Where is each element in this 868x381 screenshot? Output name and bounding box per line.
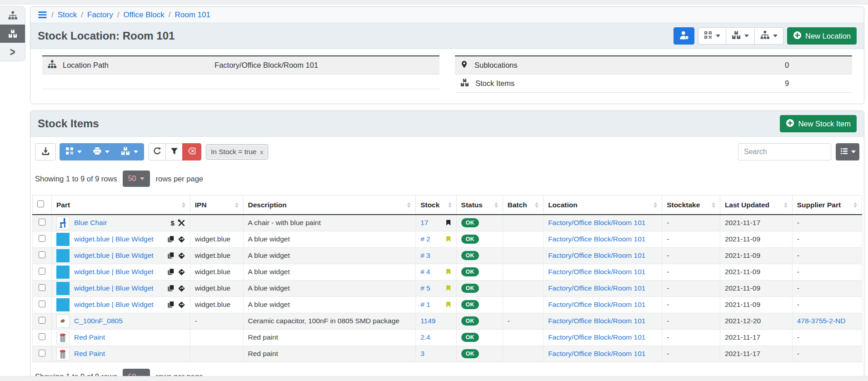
- part-link[interactable]: C_100nF_0805: [74, 317, 123, 325]
- location-link[interactable]: Factory/Office Block/Room 101: [548, 301, 645, 308]
- breadcrumb-link-factory[interactable]: Factory: [87, 10, 113, 20]
- stocktake-cell: -: [662, 296, 720, 313]
- part-link[interactable]: Blue Chair: [74, 219, 107, 227]
- column-header-stocktake[interactable]: Stocktake: [662, 196, 720, 215]
- ipn-cell: [190, 215, 243, 231]
- supplier-part-cell: 478-3755-2-ND: [792, 313, 862, 329]
- chevron-down-icon: [140, 177, 145, 180]
- new-location-button[interactable]: New Location: [787, 27, 857, 45]
- search-input[interactable]: [738, 143, 831, 160]
- row-checkbox[interactable]: [39, 284, 45, 291]
- column-header-stock[interactable]: Stock: [416, 196, 456, 215]
- location-options-button[interactable]: [754, 27, 783, 45]
- admin-button[interactable]: [673, 27, 694, 45]
- filter-chip-in-stock[interactable]: In Stock = true x: [206, 144, 268, 160]
- location-link[interactable]: Factory/Office Block/Room 101: [548, 235, 645, 243]
- batch-cell: [503, 280, 543, 296]
- row-checkbox[interactable]: [39, 301, 45, 307]
- table-row: C_100nF_0805 - Ceramic capacitor, 100nF …: [33, 313, 862, 329]
- part-link[interactable]: Red Paint: [74, 350, 105, 358]
- sidebar-item-stock-items[interactable]: [0, 25, 25, 43]
- stock-link[interactable]: # 1: [420, 301, 430, 309]
- stock-options-menu-button[interactable]: [115, 143, 144, 160]
- breadcrumb-link-stock[interactable]: Stock: [58, 10, 77, 20]
- description-cell: A chair - with blue paint: [243, 215, 416, 231]
- supplier-part-cell: -: [792, 280, 862, 296]
- stocktake-cell: -: [662, 280, 720, 296]
- row-checkbox[interactable]: [39, 235, 45, 242]
- stock-link[interactable]: # 3: [420, 251, 430, 260]
- description-cell: A blue widget: [243, 231, 416, 247]
- breadcrumb-link-office-block[interactable]: Office Block: [123, 10, 164, 20]
- row-checkbox[interactable]: [39, 219, 45, 226]
- plus-circle-icon: [786, 119, 794, 129]
- stock-link[interactable]: 2.4: [420, 333, 430, 341]
- row-checkbox[interactable]: [39, 251, 45, 258]
- column-header-description[interactable]: Description: [243, 196, 416, 215]
- sublocations-label: Sublocations: [474, 61, 517, 70]
- qr-code-icon: [704, 31, 712, 41]
- status-badge: OK: [461, 251, 479, 260]
- stock-link[interactable]: # 4: [420, 268, 430, 276]
- print-menu-button[interactable]: [87, 143, 115, 160]
- filter-chip-remove[interactable]: x: [260, 149, 263, 155]
- location-link[interactable]: Factory/Office Block/Room 101: [548, 317, 645, 325]
- stock-actions-button[interactable]: [726, 27, 755, 45]
- part-link[interactable]: Red Paint: [74, 333, 105, 341]
- ipn-cell: widget.blue: [190, 296, 243, 313]
- page-size-button[interactable]: 50: [123, 170, 150, 187]
- stock-link[interactable]: 1149: [420, 317, 435, 325]
- part-link[interactable]: widget.blue | Blue Widget: [74, 284, 154, 292]
- location-link[interactable]: Factory/Office Block/Room 101: [548, 333, 645, 341]
- column-header-location[interactable]: Location: [544, 196, 662, 215]
- stock-link[interactable]: # 5: [420, 284, 430, 292]
- location-link[interactable]: Factory/Office Block/Room 101: [548, 219, 645, 226]
- sidebar-expand-toggle[interactable]: >: [0, 43, 25, 61]
- main-content: / Stock / Factory / Office Block / Room …: [30, 6, 864, 381]
- column-select-button[interactable]: [836, 143, 859, 160]
- sidebar-item-location-tree[interactable]: [0, 6, 25, 25]
- clear-filters-button[interactable]: [182, 143, 201, 160]
- location-link[interactable]: Factory/Office Block/Room 101: [548, 284, 645, 292]
- breadcrumb-separator: /: [81, 10, 83, 20]
- ipn-cell: [190, 346, 243, 362]
- column-header-ipn[interactable]: IPN: [190, 196, 243, 215]
- bookmark-icon: [445, 285, 452, 292]
- stocktake-cell: -: [662, 313, 720, 329]
- column-header-batch[interactable]: Batch: [503, 196, 543, 215]
- column-header-supplier-part[interactable]: Supplier Part: [792, 196, 862, 215]
- row-checkbox[interactable]: [39, 333, 45, 340]
- part-link[interactable]: widget.blue | Blue Widget: [74, 301, 154, 309]
- new-stock-item-button[interactable]: New Stock Item: [780, 115, 857, 132]
- part-link[interactable]: widget.blue | Blue Widget: [74, 251, 154, 260]
- sitemap-icon: [48, 60, 56, 70]
- stock-link[interactable]: # 2: [420, 235, 430, 243]
- part-link[interactable]: widget.blue | Blue Widget: [74, 268, 154, 276]
- filter-button[interactable]: [165, 143, 183, 160]
- breadcrumb-link-room-101[interactable]: Room 101: [175, 10, 210, 20]
- column-header-part[interactable]: Part: [51, 196, 190, 215]
- stock-link[interactable]: 17: [420, 219, 428, 227]
- row-checkbox[interactable]: [39, 317, 45, 324]
- barcode-actions-button[interactable]: [698, 27, 726, 45]
- location-link[interactable]: Factory/Office Block/Room 101: [548, 268, 645, 276]
- row-checkbox[interactable]: [39, 268, 45, 275]
- select-all-checkbox[interactable]: [37, 201, 44, 207]
- column-header-status[interactable]: Status: [456, 196, 503, 215]
- row-checkbox[interactable]: [39, 350, 45, 356]
- hamburger-icon[interactable]: [38, 10, 47, 20]
- barcode-menu-button[interactable]: [60, 143, 88, 160]
- location-link[interactable]: Factory/Office Block/Room 101: [548, 251, 645, 259]
- download-button[interactable]: [35, 143, 56, 160]
- widget-thumbnail: [56, 249, 70, 262]
- stock-items-count: 9: [779, 75, 852, 93]
- part-link[interactable]: widget.blue | Blue Widget: [74, 235, 154, 243]
- column-header-last-updated[interactable]: Last Updated: [720, 196, 792, 215]
- refresh-button[interactable]: [149, 143, 166, 160]
- stock-link[interactable]: 3: [420, 350, 424, 358]
- ipn-cell: [190, 329, 243, 346]
- widget-thumbnail: [56, 266, 70, 279]
- sitemap-icon: [8, 11, 17, 20]
- location-link[interactable]: Factory/Office Block/Room 101: [548, 350, 645, 357]
- supplier-part-link[interactable]: 478-3755-2-ND: [797, 317, 846, 325]
